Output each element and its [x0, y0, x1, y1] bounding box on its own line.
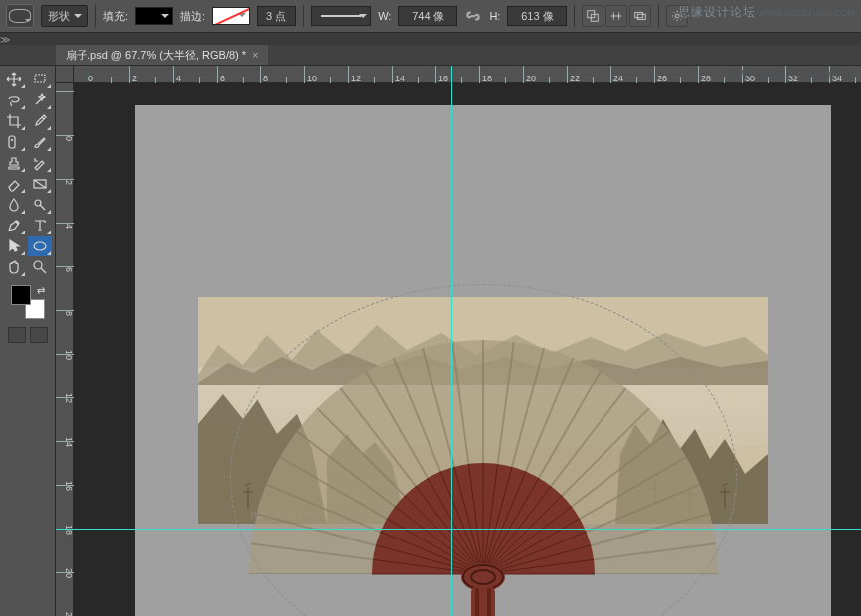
ruler-tick: 4 — [173, 66, 223, 83]
ruler-tick: 20 — [56, 529, 74, 578]
hand-tool-icon[interactable] — [2, 257, 26, 277]
separator — [303, 5, 304, 27]
stroke-label: 描边: — [180, 9, 205, 24]
separator — [95, 5, 96, 27]
quickmask-button[interactable] — [8, 327, 26, 343]
ruler-tick: 22 — [567, 66, 616, 83]
canvas-paper[interactable]: nipic.com/ son — [135, 105, 831, 616]
ruler-vertical[interactable]: 0246810121416182022 — [56, 83, 74, 616]
gradient-tool-icon[interactable] — [28, 174, 52, 194]
svg-rect-6 — [9, 136, 15, 148]
ruler-tick: 0 — [86, 66, 135, 83]
wand-tool-icon[interactable] — [28, 90, 52, 110]
fill-label: 填充: — [103, 9, 128, 24]
pen-tool-icon[interactable] — [2, 216, 26, 235]
guide-vertical[interactable] — [451, 66, 452, 616]
swap-colors-icon[interactable]: ⇄ — [37, 285, 45, 296]
work-row: ⇄ 024681012141618202224262830323436 0246… — [0, 66, 861, 616]
fill-swatch[interactable] — [135, 7, 173, 25]
ruler-tick: 14 — [56, 397, 74, 447]
shape-mode-label: 形状 — [48, 9, 70, 24]
close-icon[interactable]: × — [252, 49, 258, 61]
shape-tool-preset-icon[interactable] — [6, 4, 34, 28]
ruler-tick: 24 — [610, 66, 660, 83]
ruler-tick: 26 — [654, 66, 704, 83]
stroke-style-dropdown[interactable] — [311, 6, 371, 26]
watermark: 思缘设计论坛 WWW.MISSYUAN.COM — [678, 4, 855, 21]
shape-mode-dropdown[interactable]: 形状 — [41, 5, 88, 27]
svg-rect-3 — [638, 14, 646, 19]
ruler-corner[interactable] — [56, 66, 74, 83]
path-select-tool-icon[interactable] — [2, 236, 26, 256]
guide-horizontal[interactable] — [56, 529, 861, 530]
stroke-width-input[interactable] — [257, 6, 296, 26]
ruler-tick: 10 — [304, 66, 354, 83]
brush-tool-icon[interactable] — [28, 132, 52, 152]
path-ops — [582, 5, 651, 27]
height-input[interactable] — [507, 6, 567, 26]
stroke-swatch[interactable] — [212, 7, 250, 25]
ruler-tick: 18 — [56, 485, 74, 535]
link-wh-icon[interactable] — [464, 7, 482, 25]
quickmask-screenmode — [2, 327, 53, 343]
path-align-button[interactable] — [605, 5, 627, 27]
separator — [658, 5, 659, 27]
ruler-tick: 12 — [348, 66, 398, 83]
document-tabs: 扇子.psd @ 67.7% (大半径, RGB/8) * × — [0, 45, 861, 66]
ruler-tick: 6 — [56, 223, 74, 272]
path-combine-button[interactable] — [582, 5, 603, 27]
eyedropper-tool-icon[interactable] — [28, 111, 52, 131]
heal-tool-icon[interactable] — [2, 132, 26, 152]
zoom-tool-icon[interactable] — [28, 257, 52, 277]
stamp-tool-icon[interactable] — [2, 153, 26, 173]
ruler-tick: 22 — [56, 572, 74, 616]
select-tool-icon[interactable] — [28, 70, 52, 89]
ruler-tick: 8 — [260, 66, 310, 83]
ruler-tick: 14 — [392, 66, 441, 83]
ruler-tick: 20 — [523, 66, 573, 83]
svg-rect-5 — [35, 75, 45, 82]
watermark-url-canvas: WWW.MISSYUAN.COM — [725, 66, 861, 82]
h-label: H: — [489, 10, 500, 22]
options-bar: 形状 填充: 描边: W: H: 思缘设计论坛 WWW.MISSYUAN.COM — [0, 0, 861, 33]
separator — [574, 5, 575, 27]
document-tab[interactable]: 扇子.psd @ 67.7% (大半径, RGB/8) * × — [56, 45, 268, 65]
ruler-tick: 10 — [56, 310, 74, 360]
toolbox: ⇄ — [0, 66, 56, 616]
w-label: W: — [378, 10, 391, 22]
svg-rect-2 — [635, 13, 643, 18]
width-input[interactable] — [398, 6, 457, 26]
ruler-tick: 18 — [479, 66, 529, 83]
history-brush-tool-icon[interactable] — [28, 153, 52, 173]
ruler-tick: 2 — [129, 66, 179, 83]
move-tool-icon[interactable] — [2, 70, 26, 89]
foreground-color[interactable] — [11, 285, 31, 305]
type-tool-icon[interactable] — [28, 216, 52, 235]
tab-scroll[interactable]: ≫ — [0, 33, 861, 45]
ruler-tick: 16 — [56, 441, 74, 491]
ruler-tick: 0 — [56, 91, 74, 141]
ruler-tick: 4 — [56, 179, 74, 229]
color-swatches[interactable]: ⇄ — [11, 285, 45, 319]
ruler-tick: 12 — [56, 354, 74, 403]
dodge-tool-icon[interactable] — [28, 195, 52, 215]
watermark-url: WWW.MISSYUAN.COM — [758, 8, 855, 18]
ruler-tick: 16 — [435, 66, 485, 83]
svg-point-9 — [34, 242, 46, 250]
shape-tool-icon[interactable] — [28, 236, 52, 256]
ruler-tick: 2 — [56, 135, 74, 185]
crop-tool-icon[interactable] — [2, 111, 26, 131]
blur-tool-icon[interactable] — [2, 195, 26, 215]
path-arrange-button[interactable] — [629, 5, 651, 27]
lasso-tool-icon[interactable] — [2, 90, 26, 110]
svg-point-10 — [34, 261, 42, 269]
ruler-tick: 8 — [56, 266, 74, 316]
screenmode-button[interactable] — [30, 327, 48, 343]
watermark-text: 思缘设计论坛 — [678, 4, 756, 21]
document-tab-title: 扇子.psd @ 67.7% (大半径, RGB/8) * — [66, 48, 246, 63]
ruler-tick: 6 — [217, 66, 266, 83]
eraser-tool-icon[interactable] — [2, 174, 26, 194]
canvas-area: 024681012141618202224262830323436 024681… — [56, 66, 861, 616]
